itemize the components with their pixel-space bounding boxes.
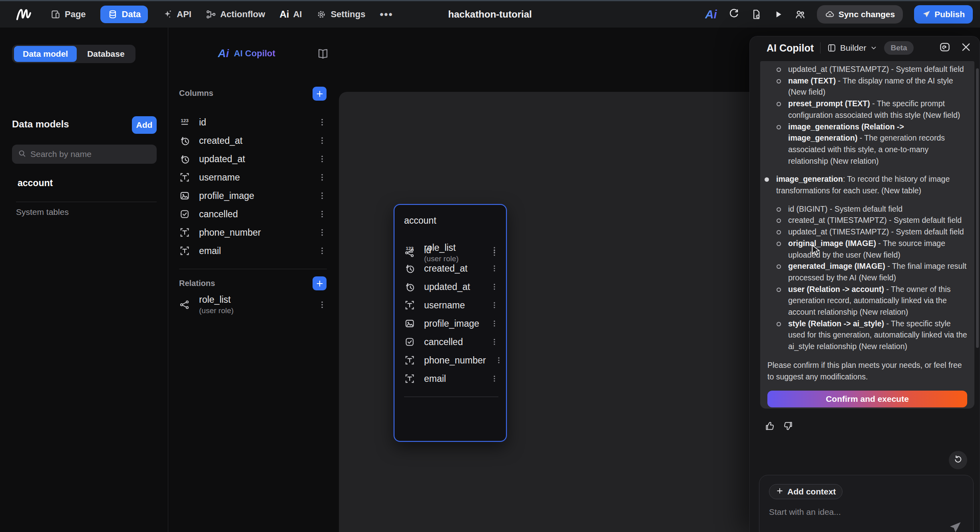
card-relation-role-list[interactable]: role_list (user role) (404, 241, 498, 265)
idea-input-placeholder[interactable]: Start with an idea... (769, 507, 964, 517)
nav-actionflow[interactable]: Actionflow (206, 9, 265, 20)
kebab-menu-icon[interactable] (318, 210, 327, 218)
sidebar-item-account[interactable]: account (18, 178, 53, 189)
column-label: id (199, 117, 309, 128)
nav-page[interactable]: Page (50, 9, 86, 20)
card-field-username[interactable]: username (404, 296, 498, 314)
publish-button[interactable]: Publish (914, 5, 973, 24)
column-label: cancelled (199, 209, 309, 220)
confirm-and-execute-button[interactable]: Confirm and execute (767, 391, 967, 407)
image-type-icon (179, 190, 190, 201)
text-type-icon (404, 300, 415, 311)
nav-data[interactable]: Data (100, 6, 148, 23)
kebab-menu-icon[interactable] (490, 320, 498, 328)
plan-field-list: updated_at (TIMESTAMPTZ) - System defaul… (767, 64, 967, 167)
column-row-phone-number[interactable]: phone_number (179, 223, 327, 242)
plan-item: id (BIGINT) - System default field (788, 203, 967, 215)
column-row-id[interactable]: id (179, 113, 327, 131)
ai-copilot-button[interactable]: Ai AI Copilot (218, 47, 275, 60)
plan-item: preset_prompt (TEXT) - The specific prom… (788, 98, 967, 121)
kebab-menu-icon[interactable] (318, 246, 327, 255)
relation-row-role-list[interactable]: role_list (user role) (179, 293, 327, 317)
close-icon[interactable] (960, 42, 972, 54)
kebab-menu-icon[interactable] (495, 356, 503, 364)
builder-icon (827, 43, 837, 53)
open-in-window-icon[interactable] (939, 41, 951, 55)
kebab-menu-icon[interactable] (318, 228, 327, 237)
kebab-menu-icon[interactable] (318, 300, 327, 309)
momen-logo-icon[interactable] (10, 4, 36, 25)
model-search[interactable] (12, 145, 157, 164)
top-navbar: Page Data API Actionflow Ai AI Settings (0, 1, 980, 28)
search-input[interactable] (30, 149, 151, 159)
copilot-input-box[interactable]: Add context Start with an idea... (759, 475, 974, 532)
add-context-button[interactable]: Add context (769, 484, 843, 499)
database-icon (108, 9, 118, 20)
table-card-title: account (404, 215, 436, 226)
mode-label: Builder (840, 43, 866, 53)
sync-changes-button[interactable]: Sync changes (817, 5, 903, 24)
page-config-icon[interactable] (751, 9, 762, 20)
relation-target: (user role) (199, 306, 309, 315)
add-relation-button[interactable] (313, 276, 327, 290)
kebab-menu-icon[interactable] (490, 264, 498, 272)
ai-copilot-button-label: AI Copilot (234, 48, 275, 59)
paper-plane-icon (922, 10, 931, 19)
nav-more-menu[interactable]: ••• (380, 8, 393, 21)
nav-ai[interactable]: Ai AI (279, 9, 302, 20)
nav-actionflow-label: Actionflow (220, 9, 265, 20)
restart-icon (953, 454, 963, 466)
kebab-menu-icon[interactable] (318, 155, 327, 163)
column-row-updated-at[interactable]: updated_at (179, 150, 327, 168)
kebab-menu-icon[interactable] (318, 173, 327, 182)
docs-book-icon[interactable] (317, 48, 329, 62)
kebab-menu-icon[interactable] (318, 118, 327, 127)
mode-selector[interactable]: Builder (827, 43, 878, 53)
thumbs-down-icon[interactable] (783, 421, 794, 433)
kebab-menu-icon[interactable] (490, 338, 498, 346)
nav-api[interactable]: API (162, 9, 191, 20)
card-field-profile-image[interactable]: profile_image (404, 314, 498, 333)
collaborators-icon[interactable] (795, 9, 806, 20)
ai-copilot-toggle-icon[interactable]: Ai (705, 8, 717, 21)
relations-section-title: Relations (179, 279, 215, 288)
message-feedback (764, 421, 794, 433)
plan-item: image_generations (Relation -> image_gen… (788, 121, 967, 167)
sidebar-item-system-tables[interactable]: System tables (16, 207, 69, 217)
plan-item: name (TEXT) - The display name of the AI… (788, 75, 967, 98)
ai-copilot-icon: Ai (218, 47, 229, 60)
app-window: Page Data API Actionflow Ai AI Settings (0, 0, 980, 532)
send-icon[interactable] (948, 521, 962, 532)
sidebar-divider (16, 202, 157, 202)
preview-play-icon[interactable] (773, 9, 783, 20)
column-row-created-at[interactable]: created_at (179, 131, 327, 150)
thumbs-up-icon[interactable] (764, 421, 775, 433)
kebab-menu-icon[interactable] (490, 375, 498, 383)
card-field-email[interactable]: email (404, 369, 498, 388)
account-table-card[interactable]: account id created_at updated_at usernam… (394, 204, 507, 442)
card-field-phone-number[interactable]: phone_number (404, 351, 498, 369)
restart-conversation-button[interactable] (949, 451, 967, 469)
add-column-button[interactable] (313, 87, 327, 101)
kebab-menu-icon[interactable] (490, 301, 498, 309)
kebab-menu-icon[interactable] (318, 191, 327, 200)
panel-scrollbar[interactable] (976, 68, 979, 348)
column-row-profile-image[interactable]: profile_image (179, 187, 327, 205)
time-type-icon (404, 281, 415, 292)
kebab-menu-icon[interactable] (490, 283, 498, 291)
column-label: phone_number (199, 227, 309, 238)
kebab-menu-icon[interactable] (490, 249, 498, 257)
nav-settings[interactable]: Settings (316, 9, 365, 20)
column-row-email[interactable]: email (179, 242, 327, 260)
refresh-icon[interactable] (728, 9, 739, 20)
column-row-username[interactable]: username (179, 168, 327, 187)
card-field-updated-at[interactable]: updated_at (404, 278, 498, 296)
sync-changes-label: Sync changes (839, 10, 895, 19)
kebab-menu-icon[interactable] (318, 136, 327, 145)
nav-data-label: Data (122, 9, 141, 20)
column-row-cancelled[interactable]: cancelled (179, 205, 327, 223)
text-type-icon (179, 172, 190, 183)
add-model-button[interactable]: Add (132, 116, 157, 134)
column-label: created_at (199, 135, 309, 146)
card-field-cancelled[interactable]: cancelled (404, 333, 498, 351)
